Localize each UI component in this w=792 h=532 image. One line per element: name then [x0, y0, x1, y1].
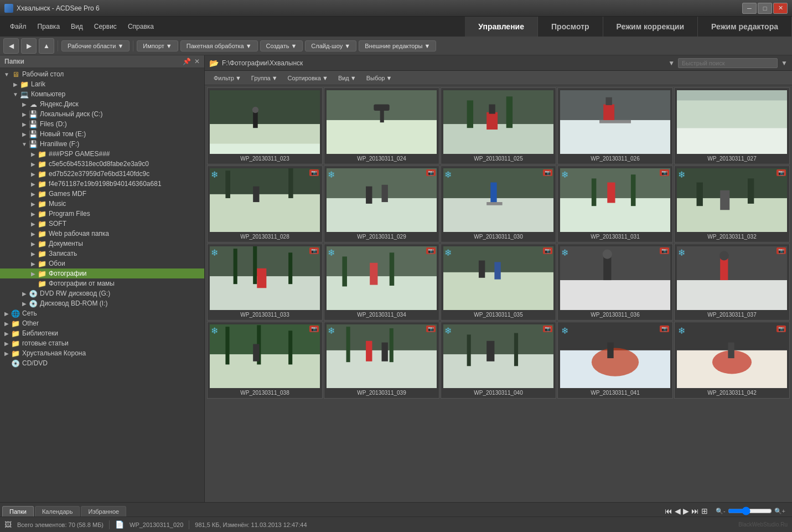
next-page-button[interactable]: ⏭	[691, 507, 699, 515]
tree-item-soft[interactable]: ▶ 📁 SOFT	[0, 219, 204, 229]
menu-service[interactable]: Сервис	[89, 17, 122, 37]
thumb-label: WP_20130311_039	[357, 390, 406, 396]
search-dropdown-icon[interactable]: ▼	[781, 59, 788, 67]
tree-item-photos-mom[interactable]: 📁 Фотографии от мамы	[0, 278, 204, 288]
grid-view-button[interactable]: ⊞	[701, 507, 708, 515]
thumbnail-041[interactable]: ❄ 📷 WP_20130311_041	[557, 322, 673, 399]
create-button[interactable]: Создать ▼	[260, 40, 303, 51]
up-button[interactable]: ▲	[39, 38, 54, 54]
zoom-out-icon[interactable]: 🔍-	[716, 508, 726, 515]
mode-tab-editor[interactable]: Режим редактора	[698, 17, 792, 37]
thumb-label: WP_20130311_041	[591, 390, 639, 396]
thumbnail-023[interactable]: WP_20130311_023	[207, 87, 323, 164]
menu-edit[interactable]: Правка	[32, 17, 66, 37]
thumbnail-028[interactable]: ❄ 📷 WP_20130311_028	[207, 166, 323, 242]
tree-item-libraries[interactable]: ▶ 📁 Библиотеки	[0, 328, 204, 338]
svg-rect-29	[327, 198, 437, 232]
tree-item-bdrom-i[interactable]: ▶ 💿 Дисковод BD-ROM (I:)	[0, 298, 204, 308]
thumbnail-040[interactable]: ❄ 📷 WP_20130311_040	[441, 322, 556, 399]
maximize-button[interactable]: □	[758, 3, 772, 14]
tree-item-drive-d[interactable]: ▶ 💾 Files (D:)	[0, 119, 204, 129]
thumbnail-037[interactable]: ❄ 📷 WP_20130311_037	[674, 244, 790, 321]
mode-tab-correct[interactable]: Режим коррекции	[603, 17, 698, 37]
thumbnail-039[interactable]: ❄ 📷 WP_20130311_039	[324, 322, 439, 399]
close-button[interactable]: ✕	[773, 3, 788, 14]
path-dropdown-icon[interactable]: ▼	[668, 59, 675, 67]
tree-item-gamesmdf[interactable]: ▶ 📁 Games MDF	[0, 189, 204, 199]
tree-item-photos[interactable]: ▶ 📁 Фотографии	[0, 268, 204, 278]
tree-item-c5e5[interactable]: ▶ 📁 c5e5c6b45318ec0d8fabe2e3a9c0	[0, 159, 204, 169]
slideshow-button[interactable]: Слайд-шоу ▼	[305, 40, 356, 51]
tree-item-wallpapers[interactable]: ▶ 📁 Обои	[0, 259, 204, 268]
tree-item-music[interactable]: ▶ 📁 Music	[0, 199, 204, 209]
expand-icon: ▶	[20, 110, 29, 118]
tree-item-f4e7[interactable]: ▶ 📁 f4e761187e19b9198b940146360a681	[0, 179, 204, 189]
batch-button[interactable]: Пакетная обработка ▼	[180, 40, 258, 51]
tree-item-web[interactable]: ▶ 📁 Web рабочая папка	[0, 229, 204, 239]
thumbnail-030[interactable]: ❄ 📷 WP_20130311_030	[441, 166, 556, 242]
tree-item-drive-c[interactable]: ▶ 💾 Локальный диск (C:)	[0, 109, 204, 119]
menu-file[interactable]: Файл	[4, 17, 32, 37]
workspaces-button[interactable]: Рабочие области ▼	[61, 40, 130, 51]
filter-button[interactable]: Фильтр ▼	[209, 74, 246, 82]
svg-rect-2	[253, 112, 258, 128]
back-button[interactable]: ◀	[3, 38, 19, 54]
thumbnail-042[interactable]: ❄ 📷 WP_20130311_042	[674, 322, 790, 399]
menu-help[interactable]: Справка	[122, 17, 159, 37]
thumbnail-033[interactable]: ❄ 📷 WP_20130311_033	[207, 244, 323, 321]
tree-item-cddvd[interactable]: 💿 CD/DVD	[0, 358, 204, 368]
tree-item-larik[interactable]: ▶ 📁 Larik	[0, 79, 204, 89]
tree-item-psp[interactable]: ▶ 📁 ###PSP GAMES###	[0, 149, 204, 159]
external-editors-button[interactable]: Внешние редакторы ▼	[359, 40, 436, 51]
tree-item-network[interactable]: ▶ 🌐 Сеть	[0, 308, 204, 318]
tree-item-desktop[interactable]: ▼ 🖥 Рабочий стол	[0, 69, 204, 79]
sidebar-close-icon[interactable]: ✕	[194, 58, 200, 65]
tree-item-computer[interactable]: ▼ 💻 Компьютер	[0, 89, 204, 99]
view-button[interactable]: Вид ▼	[334, 74, 361, 82]
thumbnail-034[interactable]: ❄ 📷 WP_20130311_034	[324, 244, 439, 321]
zoom-in-icon[interactable]: 🔍+	[774, 508, 785, 515]
tree-item-ed7b[interactable]: ▶ 📁 ed7b522e37959d7e6bd3140fdc9c	[0, 169, 204, 179]
expand-icon: ▶	[29, 259, 38, 268]
group-button[interactable]: Группа ▼	[247, 74, 282, 82]
tree-item-drive-f[interactable]: ▼ 💾 Hraniliwe (F:)	[0, 139, 204, 149]
tree-item-yandex[interactable]: ▶ ☁ Яндекс.Диск	[0, 99, 204, 109]
folder-icon: 📁	[38, 199, 46, 208]
tree-item-dvd-g[interactable]: ▶ 💿 DVD RW дисковод (G:)	[0, 288, 204, 298]
forward-button[interactable]: ▶	[21, 38, 37, 54]
expand-icon: ▶	[2, 319, 11, 328]
minimize-button[interactable]: ─	[742, 3, 757, 14]
thumbnail-038[interactable]: ❄ 📷 WP_20130311_038	[207, 322, 323, 399]
tree-item-drive-e[interactable]: ▶ 💾 Новый том (E:)	[0, 129, 204, 139]
import-button[interactable]: Импорт ▼	[137, 40, 178, 51]
zoom-slider[interactable]	[728, 507, 772, 515]
tree-item-programfiles[interactable]: ▶ 📁 Program Files	[0, 209, 204, 219]
thumbnail-026[interactable]: WP_20130311_026	[557, 87, 673, 164]
prev-page-button[interactable]: ⏮	[665, 507, 672, 515]
thumbnail-025[interactable]: WP_20130311_025	[441, 87, 556, 164]
thumbnail-024[interactable]: WP_20130311_024	[324, 87, 439, 164]
mode-tab-preview[interactable]: Просмотр	[538, 17, 603, 37]
tab-favorites[interactable]: Избранное	[81, 506, 126, 516]
search-input[interactable]	[678, 58, 778, 68]
tree-item-docs[interactable]: ▶ 📁 Документы	[0, 239, 204, 249]
sidebar-pin-icon[interactable]: 📌	[183, 58, 191, 65]
prev-button[interactable]: ◀	[675, 507, 681, 515]
tab-calendar[interactable]: Календарь	[35, 506, 80, 516]
thumbnail-027[interactable]: WP_20130311_027	[674, 87, 790, 164]
tree-item-record[interactable]: ▶ 📁 Записать	[0, 249, 204, 259]
select-button[interactable]: Выбор ▼	[362, 74, 397, 82]
next-button[interactable]: ▶	[683, 507, 689, 515]
tree-item-other[interactable]: ▶ 📁 Other	[0, 318, 204, 328]
mode-tab-manage[interactable]: Управление	[465, 17, 538, 37]
thumbnail-035[interactable]: ❄ 📷 WP_20130311_035	[441, 244, 556, 321]
tab-folders[interactable]: Папки	[2, 506, 34, 516]
sort-button[interactable]: Сортировка ▼	[283, 74, 333, 82]
tree-item-crystal[interactable]: ▶ 📁 Хрустальная Корона	[0, 348, 204, 358]
thumbnail-036[interactable]: ❄ 📷 WP_20130311_036	[557, 244, 673, 321]
thumbnail-031[interactable]: ❄ 📷 WP_20130311_031	[557, 166, 673, 242]
tree-item-articles[interactable]: ▶ 📁 готовые статьи	[0, 338, 204, 348]
thumbnail-032[interactable]: ❄ 📷 WP_20130311_032	[674, 166, 790, 242]
menu-view[interactable]: Вид	[65, 17, 89, 37]
thumbnail-029[interactable]: ❄ 📷 WP_20130311_029	[324, 166, 439, 242]
